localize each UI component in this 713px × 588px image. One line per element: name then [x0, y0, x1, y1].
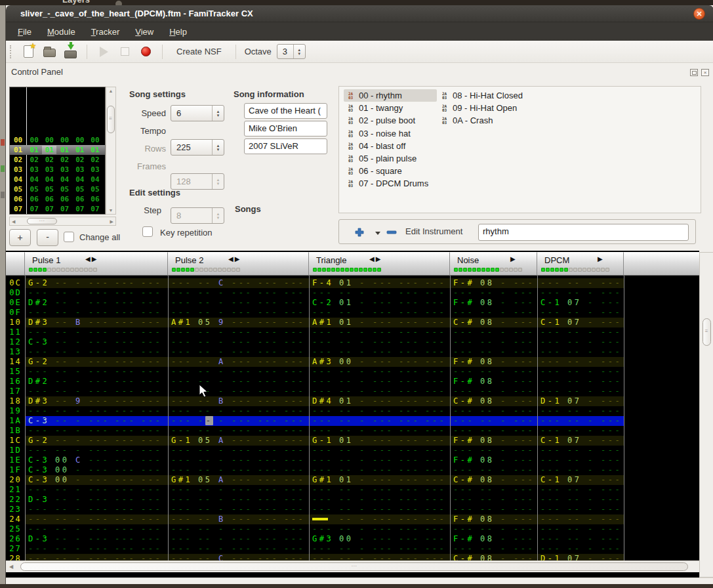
pattern-cell-noi[interactable]: --------- — [450, 426, 537, 436]
vol-cell[interactable]: - — [359, 426, 367, 436]
pattern-cell-noi[interactable]: F-#08---- — [450, 436, 537, 446]
pattern-cell-p1[interactable]: D#2------------ — [25, 298, 168, 308]
fx-cell[interactable]: --- — [258, 465, 279, 475]
fx-cell[interactable]: --- — [399, 416, 420, 426]
pattern-cell-dcm[interactable]: D-107---- — [537, 396, 624, 406]
inst-cell[interactable]: -- — [55, 446, 70, 455]
vol-cell[interactable]: - — [75, 298, 83, 308]
vol-cell[interactable]: - — [588, 554, 596, 560]
vol-cell[interactable]: - — [359, 367, 367, 377]
fx-cell[interactable]: --- — [514, 436, 535, 446]
note-cell[interactable]: --- — [540, 308, 562, 318]
fx-cell[interactable]: --- — [141, 436, 163, 446]
inst-cell[interactable]: -- — [55, 318, 70, 327]
fx-cell[interactable]: --- — [601, 298, 622, 308]
inst-cell[interactable]: -- — [55, 377, 70, 387]
vol-cell[interactable]: - — [500, 465, 508, 475]
frame-cell[interactable]: 01 — [73, 146, 87, 154]
fx-cell[interactable]: --- — [399, 318, 420, 327]
pattern-cell-dcm[interactable]: --------- — [537, 544, 624, 554]
fx-cell[interactable]: --- — [284, 377, 306, 387]
pattern-cell-p2[interactable]: -----A--------- — [168, 357, 309, 367]
pattern-cell-p2[interactable]: --------------- — [168, 347, 309, 357]
pattern-cell-tri[interactable]: --------------- — [309, 426, 450, 436]
frame-cell[interactable]: 04 — [88, 175, 102, 184]
vol-cell[interactable]: - — [500, 298, 508, 308]
note-cell[interactable]: --- — [312, 446, 334, 455]
inst-cell[interactable]: -- — [55, 416, 70, 426]
note-cell[interactable]: G#3 — [312, 534, 334, 544]
fx-cell[interactable]: --- — [399, 534, 420, 544]
inst-cell[interactable]: -- — [339, 347, 354, 357]
inst-cell[interactable]: 08 — [480, 475, 495, 485]
pattern-cell-noi[interactable]: C-#08---- — [450, 318, 537, 327]
fx-cell[interactable]: --- — [373, 455, 394, 465]
fx-cell[interactable]: --- — [232, 514, 253, 524]
fx-cell[interactable]: --- — [399, 367, 420, 377]
vol-cell[interactable]: 9 — [218, 318, 226, 327]
open-file-button[interactable] — [39, 43, 60, 61]
pattern-grid[interactable]: 0CG-2-----------------C---------F-401---… — [6, 276, 699, 560]
pattern-cell-p1[interactable]: --------------- — [25, 544, 168, 554]
note-cell[interactable]: --- — [540, 278, 562, 288]
fx-cell[interactable]: --- — [425, 416, 447, 426]
note-cell[interactable]: --- — [171, 554, 193, 560]
fx-cell[interactable]: --- — [115, 544, 136, 554]
fx-cell[interactable]: --- — [399, 554, 420, 560]
note-cell[interactable]: C-3 — [28, 416, 50, 426]
vol-cell[interactable]: - — [359, 475, 367, 485]
pattern-cell-p1[interactable]: --------------- — [25, 387, 168, 396]
fx-cell[interactable]: --- — [514, 396, 535, 406]
fx-cell[interactable]: --- — [284, 554, 306, 560]
note-cell[interactable]: --- — [28, 505, 50, 514]
fx-cell[interactable]: --- — [601, 475, 622, 485]
pattern-cell-tri[interactable]: --------------- — [309, 288, 450, 298]
pattern-cell-p1[interactable]: --------------- — [25, 446, 168, 455]
frame-cell[interactable]: 06 — [58, 195, 72, 203]
fx-cell[interactable]: --- — [514, 514, 535, 524]
fx-cell[interactable]: --- — [232, 308, 253, 318]
fx-cell[interactable]: --- — [514, 554, 535, 560]
fx-cell[interactable]: --- — [373, 495, 394, 505]
fx-cell[interactable]: --- — [601, 406, 622, 416]
inst-cell[interactable]: -- — [339, 455, 354, 465]
pattern-cell-p1[interactable]: D-3------------ — [25, 534, 168, 544]
fx-cell[interactable]: --- — [601, 357, 622, 367]
vol-cell[interactable]: - — [218, 524, 226, 534]
pattern-cell-noi[interactable]: --------- — [450, 446, 537, 455]
instrument-item-02[interactable]: 2A0302 - pulse boot — [344, 114, 437, 127]
inst-cell[interactable]: -- — [339, 544, 354, 554]
inst-cell[interactable]: 05 — [198, 436, 213, 446]
fx-cell[interactable]: --- — [232, 337, 253, 347]
instrument-item-03[interactable]: 2A0303 - noise hat — [344, 127, 437, 140]
note-cell[interactable]: --- — [171, 514, 193, 524]
inst-cell[interactable]: -- — [55, 347, 70, 357]
vol-cell[interactable]: - — [588, 485, 596, 495]
inst-cell[interactable]: 01 — [339, 278, 354, 288]
note-cell[interactable]: C-3 — [28, 455, 50, 465]
fx-cell[interactable]: --- — [601, 436, 622, 446]
fx-cell[interactable]: --- — [141, 416, 163, 426]
note-cell[interactable]: --- — [540, 505, 562, 514]
fx-cell[interactable]: --- — [89, 406, 110, 416]
fx-cell[interactable]: --- — [258, 544, 279, 554]
dock-float-icon[interactable] — [690, 69, 698, 76]
pattern-cell-p1[interactable]: D#3--9--------- — [25, 396, 168, 406]
vol-cell[interactable]: - — [218, 308, 226, 318]
vol-cell[interactable]: - — [588, 278, 596, 288]
fx-cell[interactable]: --- — [399, 288, 420, 298]
note-cell[interactable]: --- — [28, 327, 50, 337]
note-cell[interactable]: D#2 — [28, 298, 50, 308]
note-cell[interactable]: --- — [540, 377, 562, 387]
vol-cell[interactable]: C — [218, 278, 226, 288]
note-cell[interactable]: --- — [540, 327, 562, 337]
pattern-cell-p1[interactable]: --------------- — [25, 514, 168, 524]
vol-cell[interactable]: - — [218, 495, 226, 505]
pattern-cell-p2[interactable]: --------------- — [168, 544, 309, 554]
pattern-cell-tri[interactable]: --------------- — [309, 485, 450, 495]
note-cell[interactable]: --- — [171, 357, 193, 367]
pattern-cell-noi[interactable]: --------- — [450, 347, 537, 357]
note-cell[interactable]: --- — [171, 367, 193, 377]
fx-cell[interactable]: --- — [115, 426, 136, 436]
vol-cell[interactable]: - — [588, 455, 596, 465]
